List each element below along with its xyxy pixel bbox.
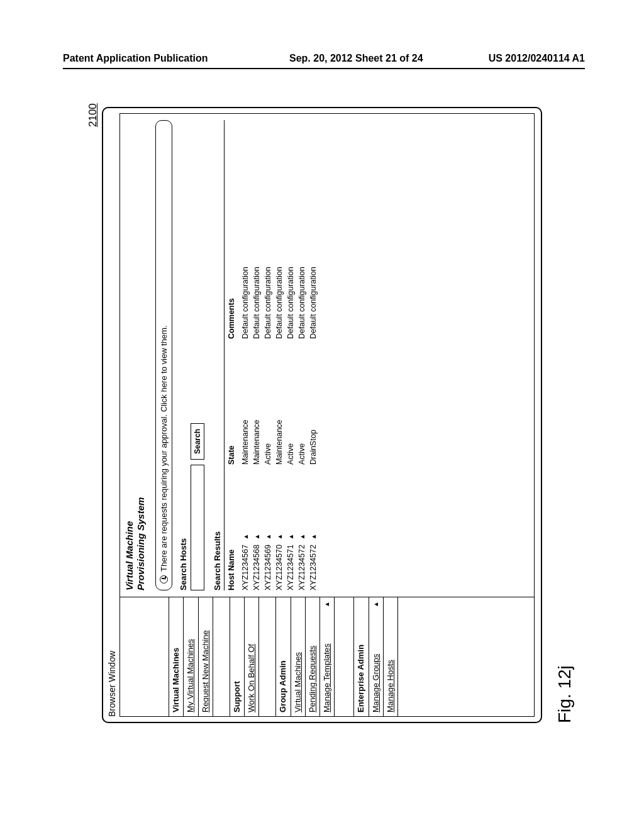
sidebar-item-my-virtual-machines[interactable]: My Virtual Machines — [184, 597, 198, 716]
doc-header-center: Sep. 20, 2012 Sheet 21 of 24 — [289, 53, 423, 64]
cell-state: Maintenance — [274, 339, 285, 465]
sidebar-item-work-on-behalf-of[interactable]: Work On Behalf Of — [245, 597, 259, 716]
doc-header-left: Patent Application Publication — [63, 53, 208, 64]
brand-line1: Virtual Machine — [124, 521, 135, 590]
cell-host: XYZ1234570 ▲ — [274, 465, 285, 590]
approval-notice[interactable]: There are requests requiring your approv… — [155, 120, 172, 590]
sidebar-item-label: Request New Machine — [201, 630, 211, 712]
caret-icon: ▲ — [373, 601, 379, 607]
cell-state: DrainStop — [308, 339, 319, 465]
search-input[interactable] — [191, 465, 204, 590]
cell-state: Active — [262, 339, 274, 465]
sidebar-item-label: Work On Behalf Of — [247, 644, 257, 712]
caret-icon: ▲ — [254, 534, 260, 540]
caret-icon: ▲ — [288, 534, 294, 540]
table-row[interactable]: XYZ1234567 ▲MaintenanceDefault configura… — [240, 120, 251, 590]
sidebar-section-support: Support — [230, 597, 245, 716]
search-button[interactable]: Search — [191, 423, 204, 460]
sidebar-blank — [120, 597, 169, 716]
table-row[interactable]: XYZ1234570 ▲MaintenanceDefault configura… — [274, 120, 285, 590]
sidebar-item-label: Manage Templates — [322, 643, 332, 712]
sidebar-section-virtual-machines: Virtual Machines — [169, 597, 184, 716]
col-state: State — [225, 339, 240, 465]
caret-icon: ▲ — [299, 534, 306, 540]
caret-icon: ▲ — [265, 534, 272, 540]
cell-host: XYZ1234571 ▲ — [285, 465, 296, 590]
brand: Virtual Machine Provisioning System — [124, 120, 147, 590]
cell-comments: Default configuration — [240, 120, 251, 339]
search-results-heading: Search Results — [211, 120, 225, 590]
sidebar-item-label: Pending Requests — [308, 646, 318, 712]
sidebar-item-manage-hosts[interactable]: Manage Hosts — [384, 597, 398, 716]
sidebar-spacer — [213, 597, 230, 716]
sidebar: Virtual Machines My Virtual Machines Req… — [120, 597, 534, 716]
cell-host: XYZ1234568 ▲ — [251, 465, 262, 590]
cell-comments: Default configuration — [251, 120, 262, 339]
cell-state: Active — [285, 339, 296, 465]
cell-state: Maintenance — [240, 339, 251, 465]
cell-comments: Default configuration — [296, 120, 308, 339]
cell-host: XYZ1234567 ▲ — [240, 465, 251, 590]
cell-comments: Default configuration — [285, 120, 296, 339]
main-panel: Virtual Machine Provisioning System Ther… — [120, 114, 534, 597]
figure-reference: 2100 — [87, 103, 99, 127]
brand-line2: Provisioning System — [135, 497, 146, 590]
cell-host: XYZ1234569 ▲ — [262, 465, 274, 590]
figure-label: Fig. 12j — [555, 665, 575, 723]
header-rule — [63, 68, 585, 69]
clock-icon — [160, 575, 168, 584]
sidebar-spacer — [335, 597, 353, 716]
sidebar-spacer — [259, 597, 275, 716]
results-table: Host Name State Comments XYZ1234567 ▲Mai… — [225, 120, 319, 590]
cell-state: Maintenance — [251, 339, 262, 465]
cell-comments: Default configuration — [308, 120, 319, 339]
sidebar-section-group-admin: Group Admin — [275, 597, 291, 716]
sidebar-section-enterprise-admin: Enterprise Admin — [353, 597, 369, 716]
cell-comments: Default configuration — [274, 120, 285, 339]
table-row[interactable]: XYZ1234572 ▲ActiveDefault configuration — [296, 120, 308, 590]
table-row[interactable]: XYZ1234572 ▲DrainStopDefault configurati… — [308, 120, 319, 590]
col-comments: Comments — [225, 120, 240, 339]
table-row[interactable]: XYZ1234568 ▲MaintenanceDefault configura… — [251, 120, 262, 590]
sidebar-item-request-new-machine[interactable]: Request New Machine — [199, 597, 213, 716]
caret-icon: ▲ — [311, 534, 317, 540]
cell-host: XYZ1234572 ▲ — [308, 465, 319, 590]
cell-comments: Default configuration — [262, 120, 274, 339]
caret-icon: ▲ — [324, 601, 330, 607]
cell-state: Active — [296, 339, 308, 465]
col-host: Host Name — [225, 465, 240, 590]
sidebar-item-manage-templates[interactable]: Manage Templates ▲ — [320, 597, 335, 716]
browser-title: Browser Window — [107, 113, 117, 717]
sidebar-item-label: My Virtual Machines — [186, 639, 196, 712]
search-hosts-heading: Search Hosts — [179, 120, 188, 590]
sidebar-item-label: Manage Groups — [371, 654, 381, 712]
cell-host: XYZ1234572 ▲ — [296, 465, 308, 590]
table-row[interactable]: XYZ1234571 ▲ActiveDefault configuration — [285, 120, 296, 590]
sidebar-item-ga-virtual-machines[interactable]: Virtual Machines — [291, 597, 306, 716]
notice-text: There are requests requiring your approv… — [159, 325, 169, 572]
doc-header-right: US 2012/0240114 A1 — [489, 53, 585, 64]
caret-icon: ▲ — [277, 534, 283, 540]
table-row[interactable]: XYZ1234569 ▲ActiveDefault configuration — [262, 120, 274, 590]
sidebar-item-manage-groups[interactable]: Manage Groups ▲ — [369, 597, 384, 716]
sidebar-item-label: Manage Hosts — [386, 660, 396, 712]
caret-icon: ▲ — [243, 534, 249, 540]
sidebar-item-pending-requests[interactable]: Pending Requests — [306, 597, 320, 716]
browser-window: Browser Window Virtual Machines My Virtu… — [102, 107, 542, 723]
sidebar-item-label: Virtual Machines — [293, 652, 303, 712]
